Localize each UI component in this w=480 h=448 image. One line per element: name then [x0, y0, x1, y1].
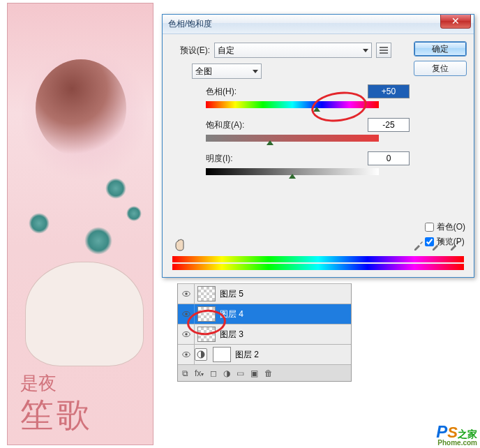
- saturation-input[interactable]: -25: [368, 118, 410, 132]
- hue-label: 色相(H):: [206, 86, 283, 98]
- hue-input[interactable]: +50: [368, 84, 410, 98]
- group-icon[interactable]: ▭: [237, 368, 244, 378]
- saturation-label: 饱和度(A):: [206, 119, 283, 131]
- layer-mask-icon[interactable]: ◻: [210, 368, 217, 378]
- layer-thumbnail[interactable]: [197, 306, 216, 322]
- layer-row[interactable]: 图层 5: [178, 283, 351, 304]
- color-spectrum: [172, 256, 464, 270]
- dialog-title: 色相/饱和度: [168, 18, 212, 30]
- artwork-text-1: 是夜: [20, 371, 93, 396]
- visibility-toggle[interactable]: [178, 324, 195, 344]
- lightness-slider[interactable]: [206, 168, 379, 175]
- close-button[interactable]: ✕: [440, 15, 471, 29]
- layer-name: 图层 2: [234, 349, 259, 361]
- layer-row[interactable]: 图层 4: [178, 304, 351, 324]
- adjustment-layer-icon[interactable]: ◑: [223, 368, 230, 378]
- dialog-titlebar[interactable]: 色相/饱和度 ✕: [163, 15, 474, 34]
- preset-label: 预设(E):: [172, 45, 214, 57]
- hue-slider[interactable]: [206, 101, 379, 108]
- link-layers-icon[interactable]: ⧉: [182, 368, 188, 378]
- artwork-text-2: 笙歌: [20, 393, 93, 438]
- svg-point-7: [185, 333, 188, 336]
- ok-button[interactable]: 确定: [414, 41, 467, 57]
- layers-footer: ⧉ fx▾ ◻ ◑ ▭ ▣ 🗑: [178, 364, 351, 381]
- lightness-input[interactable]: 0: [368, 151, 410, 165]
- saturation-slider[interactable]: [206, 135, 379, 142]
- chevron-down-icon: [253, 70, 258, 73]
- chevron-down-icon: [363, 49, 368, 52]
- hue-saturation-dialog: 色相/饱和度 ✕ 预设(E): 自定 确定 复位 全图: [162, 14, 474, 278]
- preset-menu-button[interactable]: [376, 43, 391, 58]
- layer-row[interactable]: 图层 3: [178, 324, 351, 344]
- watermark: PS之家 Phome.com: [436, 422, 477, 447]
- layer-name: 图层 5: [218, 288, 243, 300]
- artwork-preview: 是夜 笙歌: [7, 3, 153, 445]
- svg-point-5: [185, 313, 188, 315]
- svg-point-9: [185, 353, 188, 356]
- layer-thumbnail[interactable]: [213, 347, 231, 362]
- channel-select[interactable]: 全图: [192, 64, 262, 79]
- adjustment-layer-icon: [195, 348, 207, 361]
- visibility-toggle[interactable]: [178, 304, 195, 324]
- visibility-toggle[interactable]: [178, 284, 195, 304]
- reset-button[interactable]: 复位: [414, 61, 467, 76]
- layer-row[interactable]: 图层 2: [178, 344, 351, 364]
- layers-panel: 图层 5 图层 4 图层 3 图层 2 ⧉ fx▾ ◻ ◑ ▭ ▣ 🗑: [177, 283, 352, 382]
- preset-select[interactable]: 自定: [214, 43, 372, 58]
- delete-layer-icon[interactable]: 🗑: [264, 368, 273, 378]
- new-layer-icon[interactable]: ▣: [250, 368, 258, 378]
- eyedropper-icon[interactable]: [412, 239, 425, 251]
- svg-point-3: [185, 292, 188, 295]
- layer-effects-icon[interactable]: fx▾: [195, 368, 204, 378]
- visibility-toggle[interactable]: [178, 345, 195, 364]
- preview-checkbox[interactable]: 预览(P): [425, 236, 465, 248]
- layer-name: 图层 3: [218, 329, 243, 341]
- channel-value: 全图: [195, 66, 212, 77]
- layer-thumbnail[interactable]: [197, 286, 216, 301]
- layer-thumbnail[interactable]: [197, 327, 216, 342]
- colorize-checkbox[interactable]: 着色(O): [425, 221, 465, 233]
- targeted-adjust-icon[interactable]: [172, 238, 186, 252]
- lightness-label: 明度(I):: [206, 153, 283, 165]
- layer-name: 图层 4: [218, 308, 243, 320]
- preset-value: 自定: [218, 45, 234, 57]
